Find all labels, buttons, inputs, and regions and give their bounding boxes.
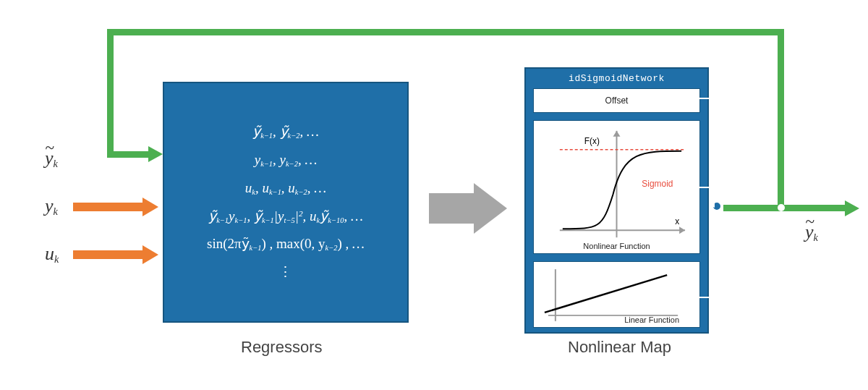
nonlinear-map-panel: idSigmoidNetwork Offset F(x) x Sigmoid N… [524,67,709,334]
wire-linear [696,297,718,298]
arrow-regressors-to-nlmap [429,183,507,234]
input-label-y: yk [45,195,58,218]
wire-offset [696,98,718,99]
wire-nonlin [696,187,718,188]
nlmap-title: idSigmoidNetwork [533,73,700,84]
arrow-u-to-regressors [73,247,158,263]
offset-cell: Offset [533,88,700,113]
arrow-y-to-regressors [73,199,158,215]
feedback-junction-dot [778,204,785,211]
wire-linear-v [716,211,718,298]
svg-line-7 [545,275,667,313]
feedback-into-box [107,151,148,158]
feedback-down [107,29,114,155]
svg-marker-8 [714,194,720,200]
feedback-up [778,29,784,211]
output-arrow-head [845,200,859,216]
svg-marker-9 [714,210,720,216]
fx-axis-label: F(x) [584,136,600,146]
sigmoid-plot-icon: F(x) x Sigmoid [534,121,699,253]
regressors-expressions: ỹk−1, ỹk−2, … yk−1, yk−2, … uk, uk−1, uk… [207,118,365,287]
input-label-ytilde: yk [45,148,58,170]
svg-marker-3 [613,131,621,137]
input-label-u: uk [45,243,59,266]
x-axis-label: x [675,216,679,226]
nonlinear-map-label: Nonlinear Map [568,338,671,357]
regressors-label: Regressors [241,338,322,357]
linear-function-cell: Linear Function [533,261,700,328]
nonlinear-function-label: Nonlinear Function [534,242,699,250]
feedback-left [107,29,784,35]
svg-marker-10 [709,202,715,208]
sigmoid-text: Sigmoid [642,179,673,190]
regressors-box: ỹk−1, ỹk−2, … yk−1, yk−2, … uk, uk−1, uk… [163,82,409,323]
feedback-arrow-head [148,146,163,162]
linear-function-label: Linear Function [624,315,679,324]
offset-cell-label: Offset [534,96,699,106]
output-label-ytilde: yk [805,221,818,244]
nonlinear-function-cell: F(x) x Sigmoid Nonlinear Function [533,120,700,254]
svg-marker-1 [679,226,685,234]
